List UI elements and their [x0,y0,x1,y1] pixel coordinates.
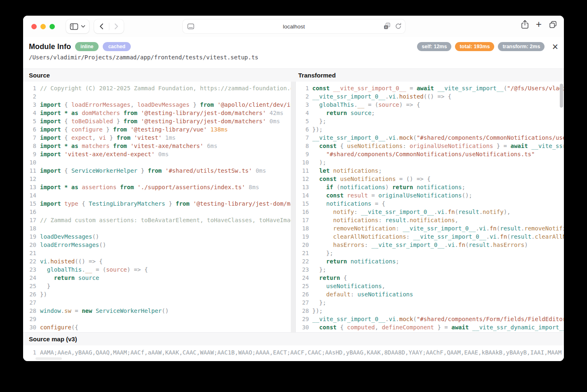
code-line: 13 if (notifications) return notificatio… [301,183,564,191]
code-line: 16 notify: __vite_ssr_import_0__.vi.fn(r… [301,208,564,216]
code-line: 8import * as matchers from 'vitest-axe/m… [27,142,295,150]
sourcemap-mappings: AAMA;AAeA,yBAAG,QAAQ,MAAM;AACf,aAAW,KAAK… [40,348,561,357]
code-line: 26 default: useNotifications [301,290,564,298]
translate-icon: A a [383,23,391,30]
code-line: 24 return { [301,274,564,282]
sidebar-toggle-button[interactable] [70,23,78,31]
code-line: 4import * as domMatchers from '@testing-… [27,109,295,117]
code-line: 14 [27,191,295,200]
code-line: 25 useNotifications, [301,282,564,290]
module-file-path: /Users/vladimir/Projects/zammad/app/fron… [29,54,558,61]
source-scrollbar[interactable] [291,82,295,332]
code-line: 29__vite_ssr_import_0__.vi.mock("#shared… [301,315,564,323]
code-line: 22vi.hoisted(() => { [27,257,295,265]
forward-button[interactable] [114,23,118,30]
svg-text:a: a [385,26,387,28]
code-line: 2 [27,92,295,101]
maximize-window-button[interactable] [50,24,55,29]
page-title: Module Info [29,42,71,51]
code-line: 17 notifications: result.notifications, [301,216,564,224]
source-panel-title: Source [29,72,296,79]
code-line: 16 [27,208,295,216]
toolbar-right-group: + [521,19,557,29]
nav-button-group [94,19,124,33]
code-line: 19loadDevMessages() [27,232,295,241]
code-line: 26}) [27,290,295,298]
plus-icon: + [536,19,542,29]
module-info-header: Module Info inline cached self: 12ms tot… [23,37,564,68]
code-line: 28}); [301,307,564,315]
stat-badge-self: self: 12ms [417,42,451,51]
code-line: 23 }; [301,265,564,274]
code-line: 2__vite_ssr_import_0__.vi.hoisted(() => … [301,92,564,101]
code-line: 4 return source; [301,109,564,117]
stat-badge-total: total: 193ms [455,42,494,51]
address-bar[interactable]: localhost A a [183,19,405,33]
window-controls [31,24,55,29]
nav-divider [109,23,109,30]
code-line: 15 notifications = { [301,200,564,208]
browser-window: localhost A a [23,16,564,361]
code-line: 15import type { TestingLibraryMatchers }… [27,200,295,208]
code-line: 21 }; [301,249,564,257]
back-button[interactable] [99,23,104,30]
code-line: 25 } [27,282,295,290]
code-line: 6}); [301,125,564,134]
new-tab-button[interactable]: + [536,19,542,29]
chevron-right-icon [114,23,118,30]
source-code-panel[interactable]: 1// Copyright (C) 2012-2025 Zammad Found… [23,82,295,332]
code-line: 18 [27,224,295,232]
reload-icon [395,23,402,30]
share-icon [521,20,529,29]
stat-badge-transform: transform: 2ms [498,42,545,51]
code-line: 19 clearAllNotifications: __vite_ssr_imp… [301,232,564,241]
code-line: 5import { toBeDisabled } from '@testing-… [27,117,295,125]
minimize-window-button[interactable] [40,24,46,29]
url-text: localhost [283,23,305,30]
code-line: 7import { expect, vi } from 'vitest' 1ms [27,134,295,142]
code-line: 13import * as assertions from './support… [27,183,295,191]
code-line: 5 }; [301,117,564,125]
sourcemap-hscrollbar-thumb[interactable] [35,357,62,360]
code-line: 23 globalThis.__ = (source) => { [27,265,295,274]
code-line: 27 }; [301,298,564,307]
code-line: 18 removeNotification: __vite_ssr_import… [301,224,564,232]
transformed-panel-title: Transformed [298,72,336,79]
tab-overview-button[interactable] [549,20,557,29]
close-button[interactable]: × [552,42,558,51]
panel-headers: Source Transformed [23,68,564,82]
page-settings-button[interactable] [187,23,194,30]
code-line: 10 ); [301,158,564,167]
code-line: 12 [27,175,295,183]
translate-button[interactable]: A a [383,23,391,30]
close-window-button[interactable] [31,24,37,29]
code-line: 11import { ServiceWorkerHelper } from '#… [27,167,295,175]
sourcemap-header: Source map (v3) [23,332,564,345]
code-line: 21 [27,249,295,257]
reload-button[interactable] [395,23,402,30]
sidebar-toggle-group [66,19,89,33]
code-line: 11 let notifications; [301,167,564,175]
code-line: 3 globalThis.__ = (source) => { [301,101,564,109]
sourcemap-line-area[interactable]: 1 AAMA;AAeA,yBAAG,QAAQ,MAAM;AACf,aAAW,KA… [23,345,564,361]
transformed-scrollbar-thumb[interactable] [560,84,563,108]
code-line: 20loadErrorMessages() [27,241,295,249]
code-line: 24 return source [27,274,295,282]
browser-toolbar: localhost A a [23,16,564,37]
module-badge-inline: inline [75,42,99,51]
code-line: 22 return notifications; [301,257,564,265]
code-line: 7__vite_ssr_import_0__.vi.mock("#shared/… [301,134,564,142]
code-line: 1const __vite_ssr_import_0__ = await __v… [301,84,564,92]
code-line: 27 [27,298,295,307]
page-reader-icon [187,23,194,30]
sidebar-menu-button[interactable] [81,25,85,28]
share-button[interactable] [521,20,529,29]
code-line: 28window.sw = new ServiceWorkerHelper() [27,307,295,315]
code-line: 3import { loadErrorMessages, loadDevMess… [27,101,295,109]
code-line: 17// Zammad custom assertions: toBeAvata… [27,216,295,224]
transformed-code-panel[interactable]: 1const __vite_ssr_import_0__ = await __v… [296,82,564,332]
code-line: 9 "#shared/components/CommonNotification… [301,150,564,158]
sidebar-icon [70,23,78,31]
tab-overview-icon [549,20,557,29]
code-line: 12 const useNotifications = () => { [301,175,564,183]
